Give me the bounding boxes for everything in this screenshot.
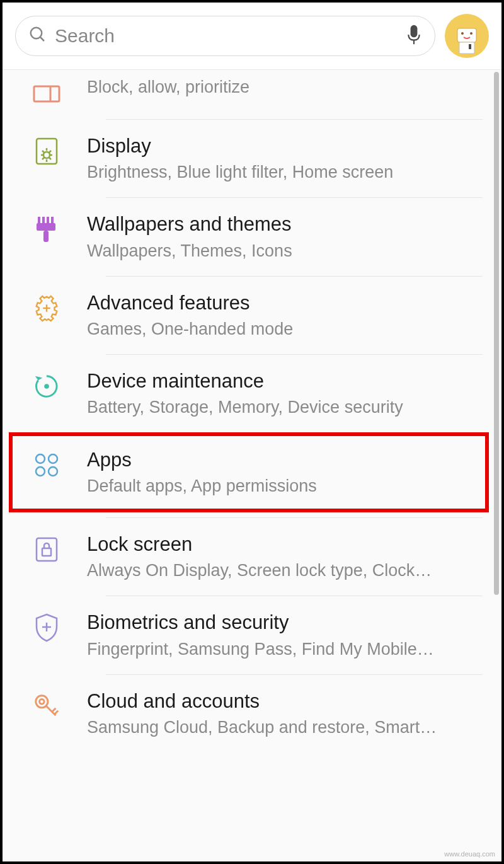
item-subtitle: Battery, Storage, Memory, Device securit… bbox=[87, 396, 483, 418]
svg-line-1 bbox=[40, 37, 44, 41]
item-subtitle: Block, allow, prioritize bbox=[87, 76, 483, 98]
item-title: Cloud and accounts bbox=[87, 689, 483, 714]
refresh-icon bbox=[33, 372, 60, 400]
list-item-apps[interactable]: Apps Default apps, App permissions bbox=[3, 434, 501, 511]
notifications-icon bbox=[33, 80, 60, 108]
item-subtitle: Fingerprint, Samsung Pass, Find My Mobil… bbox=[87, 638, 483, 660]
svg-rect-23 bbox=[47, 217, 49, 223]
svg-point-12 bbox=[43, 152, 50, 158]
search-placeholder: Search bbox=[55, 25, 398, 47]
svg-rect-35 bbox=[42, 548, 51, 556]
svg-rect-7 bbox=[459, 42, 474, 54]
item-subtitle: Brightness, Blue light filter, Home scre… bbox=[87, 161, 483, 183]
svg-rect-26 bbox=[43, 231, 49, 242]
svg-line-18 bbox=[49, 151, 51, 153]
svg-rect-4 bbox=[457, 28, 476, 42]
svg-point-0 bbox=[31, 28, 42, 39]
item-title: Wallpapers and themes bbox=[87, 212, 483, 237]
key-icon bbox=[33, 693, 60, 720]
item-title: Biometrics and security bbox=[87, 610, 483, 635]
svg-rect-9 bbox=[34, 86, 59, 101]
svg-point-6 bbox=[470, 32, 472, 35]
list-item-biometrics[interactable]: Biometrics and security Fingerprint, Sam… bbox=[3, 596, 501, 674]
svg-line-20 bbox=[49, 158, 51, 159]
brush-icon bbox=[33, 216, 60, 243]
item-subtitle: Default apps, App permissions bbox=[87, 475, 483, 497]
svg-point-5 bbox=[461, 32, 464, 35]
svg-point-29 bbox=[44, 384, 49, 389]
item-title: Display bbox=[87, 134, 483, 159]
item-subtitle: Games, One-handed mode bbox=[87, 318, 483, 340]
svg-rect-25 bbox=[37, 223, 55, 231]
list-item-advanced[interactable]: Advanced features Games, One-handed mode bbox=[3, 277, 501, 354]
svg-line-19 bbox=[42, 158, 44, 159]
search-icon bbox=[28, 25, 47, 47]
svg-rect-21 bbox=[38, 217, 40, 223]
svg-rect-24 bbox=[51, 217, 54, 223]
display-icon bbox=[33, 137, 60, 165]
profile-avatar[interactable] bbox=[445, 14, 489, 58]
svg-point-30 bbox=[36, 454, 45, 463]
list-item-cloud[interactable]: Cloud and accounts Samsung Cloud, Backup… bbox=[3, 675, 501, 752]
list-item-lock-screen[interactable]: Lock screen Always On Display, Screen lo… bbox=[3, 518, 501, 596]
svg-point-38 bbox=[36, 696, 48, 708]
scrollbar[interactable] bbox=[494, 72, 499, 595]
item-title: Advanced features bbox=[87, 291, 483, 316]
svg-line-41 bbox=[52, 708, 56, 712]
lock-icon bbox=[33, 536, 60, 563]
list-item-device-maintenance[interactable]: Device maintenance Battery, Storage, Mem… bbox=[3, 355, 501, 432]
settings-list: Block, allow, prioritize Display Brightn… bbox=[3, 70, 501, 752]
svg-line-42 bbox=[54, 710, 58, 714]
mic-icon[interactable] bbox=[406, 23, 422, 49]
svg-point-32 bbox=[36, 467, 45, 476]
item-title: Device maintenance bbox=[87, 369, 483, 394]
item-title: Lock screen bbox=[87, 532, 483, 557]
svg-line-17 bbox=[42, 151, 44, 153]
settings-header: Search bbox=[3, 3, 501, 70]
item-subtitle: Samsung Cloud, Backup and restore, Smart… bbox=[87, 717, 483, 739]
gear-plus-icon bbox=[33, 294, 60, 322]
apps-icon bbox=[33, 451, 60, 479]
svg-point-39 bbox=[40, 699, 45, 704]
list-item-notifications[interactable]: Block, allow, prioritize bbox=[3, 70, 501, 119]
list-item-display[interactable]: Display Brightness, Blue light filter, H… bbox=[3, 120, 501, 197]
item-subtitle: Always On Display, Screen lock type, Clo… bbox=[87, 560, 483, 582]
list-item-wallpapers[interactable]: Wallpapers and themes Wallpapers, Themes… bbox=[3, 198, 501, 275]
svg-point-33 bbox=[49, 467, 57, 476]
svg-point-31 bbox=[49, 454, 57, 463]
item-subtitle: Wallpapers, Themes, Icons bbox=[87, 240, 483, 262]
shield-plus-icon bbox=[33, 614, 60, 642]
svg-rect-22 bbox=[42, 217, 45, 223]
svg-rect-8 bbox=[469, 44, 471, 49]
item-title: Apps bbox=[87, 447, 483, 473]
watermark: www.deuaq.com bbox=[444, 850, 495, 858]
svg-rect-34 bbox=[37, 538, 57, 561]
svg-rect-2 bbox=[411, 25, 418, 38]
search-bar[interactable]: Search bbox=[15, 16, 435, 56]
